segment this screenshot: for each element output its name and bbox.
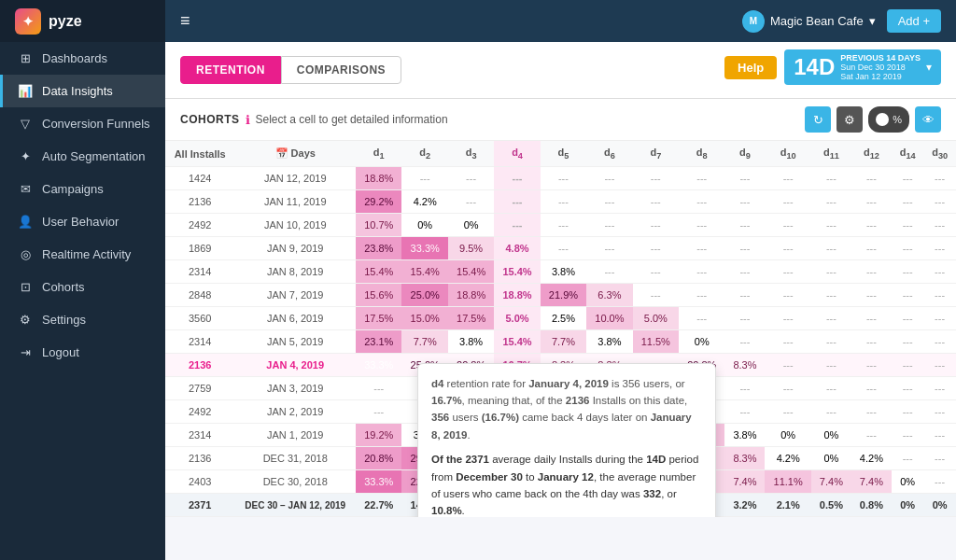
- cell-d30[interactable]: ---: [923, 167, 955, 190]
- cell-d10[interactable]: ---: [765, 330, 810, 354]
- cell-d12[interactable]: ---: [851, 190, 892, 214]
- cell-d9[interactable]: 8.3%: [724, 447, 765, 470]
- cell-d6[interactable]: ---: [586, 237, 632, 260]
- cell-d14[interactable]: ---: [892, 237, 923, 260]
- help-button[interactable]: Help: [724, 56, 777, 79]
- cell-d3[interactable]: 25.9%: [448, 470, 494, 494]
- cell-d4[interactable]: 16.7%: [494, 354, 540, 377]
- table-row[interactable]: 2848 JAN 7, 2019 15.6%25.0%18.8%18.8%21.…: [165, 284, 956, 307]
- cell-d30[interactable]: ---: [923, 330, 955, 354]
- cell-d10[interactable]: ---: [765, 260, 810, 284]
- cell-d12[interactable]: ---: [851, 214, 892, 237]
- cell-d4[interactable]: ---: [494, 190, 540, 214]
- table-row[interactable]: 2759 JAN 3, 2019 ---------------3.2%9.7%…: [165, 377, 956, 400]
- cell-d14[interactable]: ---: [892, 284, 923, 307]
- cell-d8[interactable]: 20.8%: [679, 354, 724, 377]
- table-row[interactable]: 2136 JAN 4, 2019 33.3%25.0%20.8%16.7%8.3…: [165, 354, 956, 377]
- cell-d10[interactable]: ---: [765, 284, 810, 307]
- cell-d11[interactable]: ---: [811, 167, 851, 190]
- cell-d4[interactable]: ---: [494, 214, 540, 237]
- cell-d1[interactable]: 23.8%: [356, 237, 401, 260]
- cell-d1[interactable]: 23.1%: [356, 330, 401, 354]
- cell-d1[interactable]: 29.2%: [356, 190, 401, 214]
- table-row[interactable]: 2136 JAN 11, 2019 29.2%4.2%-------------…: [165, 190, 956, 214]
- cell-d3[interactable]: 0%: [448, 214, 494, 237]
- cell-d3[interactable]: 18.8%: [448, 284, 494, 307]
- cell-d9[interactable]: ---: [724, 167, 765, 190]
- table-row[interactable]: 1869 JAN 9, 2019 23.8%33.3%9.5%4.8%-----…: [165, 237, 956, 260]
- cell-d12[interactable]: ---: [851, 260, 892, 284]
- cell-d6[interactable]: ---: [586, 190, 632, 214]
- cell-d14[interactable]: ---: [892, 377, 923, 400]
- cell-d14[interactable]: ---: [892, 354, 923, 377]
- cell-d14[interactable]: ---: [892, 307, 923, 330]
- cell-d1[interactable]: 15.6%: [356, 284, 401, 307]
- tab-comparisons[interactable]: COMPARISONS: [281, 56, 401, 84]
- cell-d5[interactable]: ---: [541, 237, 586, 260]
- cell-d14[interactable]: ---: [892, 447, 923, 470]
- cell-d30[interactable]: ---: [923, 307, 955, 330]
- cell-d10[interactable]: ---: [765, 190, 810, 214]
- cell-d10[interactable]: ---: [765, 214, 810, 237]
- cell-d5[interactable]: ---: [541, 167, 586, 190]
- cell-d5[interactable]: 3.8%: [541, 260, 586, 284]
- cell-d11[interactable]: ---: [811, 400, 851, 424]
- cell-d10[interactable]: ---: [765, 307, 810, 330]
- cell-d3[interactable]: 9.5%: [448, 237, 494, 260]
- account-selector[interactable]: M Magic Bean Cafe ▾: [742, 10, 876, 33]
- cell-d5[interactable]: 8.3%: [541, 354, 586, 377]
- cell-d1[interactable]: 18.8%: [356, 167, 401, 190]
- cell-d14[interactable]: ---: [892, 260, 923, 284]
- eye-button[interactable]: 👁: [915, 106, 941, 133]
- cell-d6[interactable]: 7.1%: [586, 400, 632, 424]
- cell-d11[interactable]: ---: [811, 260, 851, 284]
- cell-d3[interactable]: 25.0%: [448, 447, 494, 470]
- cell-d10[interactable]: ---: [765, 377, 810, 400]
- cell-d1[interactable]: ---: [356, 377, 401, 400]
- cell-d8[interactable]: ---: [679, 214, 724, 237]
- cell-d12[interactable]: ---: [851, 424, 892, 447]
- cell-d9[interactable]: ---: [724, 237, 765, 260]
- cell-d8[interactable]: ---: [679, 190, 724, 214]
- cell-d4[interactable]: ---: [494, 167, 540, 190]
- cell-d11[interactable]: ---: [811, 307, 851, 330]
- table-row[interactable]: 2492 JAN 10, 2019 10.7%0%0%-------------…: [165, 214, 956, 237]
- cell-d11[interactable]: ---: [811, 330, 851, 354]
- cell-d7[interactable]: 0%: [633, 400, 679, 424]
- cell-d3[interactable]: ---: [448, 377, 494, 400]
- cell-d2[interactable]: ---: [401, 377, 447, 400]
- cell-d6[interactable]: ---: [586, 260, 632, 284]
- period-selector[interactable]: 14D PREVIOUS 14 DAYS Sun Dec 30 2018 Sat…: [784, 49, 941, 85]
- cell-d8[interactable]: 0%: [679, 330, 724, 354]
- cell-d8[interactable]: 3.2%: [679, 377, 724, 400]
- cell-d12[interactable]: ---: [851, 354, 892, 377]
- cell-d1[interactable]: 17.5%: [356, 307, 401, 330]
- cell-d6[interactable]: 6.3%: [586, 284, 632, 307]
- cell-d12[interactable]: ---: [851, 237, 892, 260]
- cell-d14[interactable]: ---: [892, 424, 923, 447]
- table-row[interactable]: 2314 JAN 8, 2019 15.4%15.4%15.4%15.4%3.8…: [165, 260, 956, 284]
- cell-d6[interactable]: 20.8%: [586, 447, 632, 470]
- cell-d6[interactable]: 8.3%: [586, 354, 632, 377]
- cell-d3[interactable]: 20.8%: [448, 354, 494, 377]
- cell-d5[interactable]: 18.5%: [541, 470, 586, 494]
- cell-d12[interactable]: 4.2%: [851, 447, 892, 470]
- cell-d7[interactable]: 7.4%: [633, 470, 679, 494]
- cell-d9[interactable]: ---: [724, 330, 765, 354]
- cell-d30[interactable]: ---: [923, 400, 955, 424]
- cell-d11[interactable]: ---: [811, 214, 851, 237]
- cell-d9[interactable]: ---: [724, 260, 765, 284]
- cell-d5[interactable]: ---: [541, 190, 586, 214]
- table-row[interactable]: 2403 DEC 30, 2018 33.3%22.2%25.9%22.2%18…: [165, 470, 956, 494]
- cell-d1[interactable]: 33.3%: [356, 470, 401, 494]
- cell-d3[interactable]: 3.8%: [448, 330, 494, 354]
- cell-d4[interactable]: 22.2%: [494, 470, 540, 494]
- tab-retention[interactable]: RETENTION: [180, 56, 281, 84]
- cell-d14[interactable]: ---: [892, 330, 923, 354]
- sidebar-item-dashboards[interactable]: ⊞ Dashboards: [0, 42, 165, 75]
- cell-d8[interactable]: ---: [679, 307, 724, 330]
- cell-d10[interactable]: 0%: [765, 424, 810, 447]
- cell-d14[interactable]: ---: [892, 400, 923, 424]
- cell-d9[interactable]: ---: [724, 377, 765, 400]
- cell-d7[interactable]: ---: [633, 260, 679, 284]
